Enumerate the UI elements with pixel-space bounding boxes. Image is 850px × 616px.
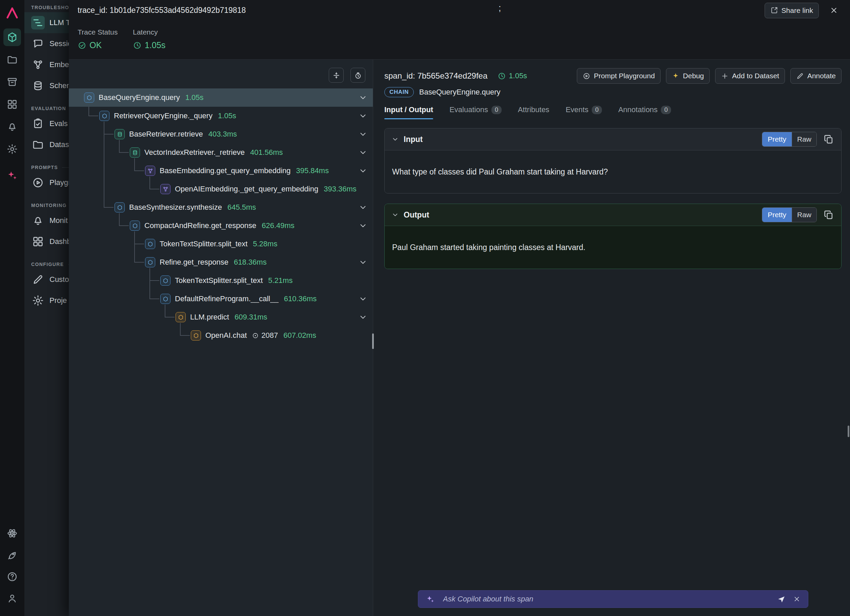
tab-attributes[interactable]: Attributes (518, 104, 549, 116)
raw-toggle[interactable]: Raw (792, 208, 816, 222)
trace-tree-row[interactable]: BaseQueryEngine.query1.05s (69, 88, 373, 107)
prompt-playground-button[interactable]: Prompt Playground (577, 68, 660, 84)
trace-tree-row[interactable]: RetrieverQueryEngine._query1.05s (69, 107, 373, 125)
copilot-spark-icon (6, 170, 18, 181)
span-tabs: Input / OutputEvaluations0AttributesEven… (384, 104, 841, 116)
span-name: OpenAI.chat (205, 331, 247, 340)
latency-toggle-button[interactable] (350, 68, 365, 83)
chevron-down-icon[interactable] (359, 221, 367, 230)
chevron-down-icon[interactable] (359, 166, 367, 175)
trace-tree-row[interactable]: BaseRetriever.retrieve403.3ms (69, 125, 373, 144)
trace-tree-row[interactable]: OpenAI.chat2087607.02ms (69, 326, 373, 345)
tab-events[interactable]: Events0 (566, 104, 602, 116)
retriever-span-icon (130, 147, 140, 157)
clock-icon (133, 41, 142, 50)
trace-status-col: Trace Status OK (78, 28, 133, 59)
hexagon-icon (86, 94, 93, 101)
hexagon-icon (162, 296, 169, 302)
annotate-button[interactable]: Annotate (790, 68, 841, 84)
chevron-down-icon[interactable] (359, 130, 367, 139)
status-ok-icon (78, 41, 87, 50)
trace-tree-row[interactable]: TokenTextSplitter.split_text5.28ms (69, 235, 373, 253)
chain-span-icon (84, 93, 94, 103)
panel-resize-handle[interactable] (372, 333, 374, 349)
trace-overlay: trace_id: 1b01de735fc553ad4562d9492b7198… (69, 0, 850, 616)
trace-tree-row[interactable]: BaseEmbedding.get_query_embedding395.84m… (69, 161, 373, 180)
span-duration: 609.31ms (235, 313, 267, 321)
pretty-toggle[interactable]: Pretty (762, 132, 792, 147)
rail-item-folder[interactable] (3, 51, 21, 69)
collapse-spans-button[interactable] (329, 68, 344, 83)
span-name: BaseRetriever.retrieve (129, 130, 203, 139)
hexagon-icon (193, 332, 199, 339)
tab-evaluations[interactable]: Evaluations0 (449, 104, 501, 116)
trace-tree-row[interactable]: CompactAndRefine.get_response626.49ms (69, 217, 373, 235)
chevron-down-icon[interactable] (359, 148, 367, 157)
rail-item-help[interactable] (3, 568, 21, 586)
chain-span-icon (145, 257, 155, 267)
chevron-down-icon[interactable] (359, 203, 367, 212)
chevron-down-icon[interactable] (359, 258, 367, 267)
chevron-down-icon[interactable] (359, 295, 367, 303)
rail-item-cube[interactable] (3, 28, 21, 46)
trace-content: BaseQueryEngine.query1.05sRetrieverQuery… (69, 60, 850, 616)
input-card: Input Pretty Raw What type of classes di… (384, 128, 841, 193)
chevron-down-icon[interactable] (391, 136, 399, 143)
tab-label: Attributes (518, 105, 549, 114)
span-id: span_id: 7b565e374ed29fea (384, 71, 487, 81)
copilot-input[interactable] (442, 594, 770, 604)
close-button[interactable] (826, 3, 841, 18)
span-duration: 5.21ms (268, 276, 292, 285)
sparkle-icon (672, 72, 679, 80)
rail-item-bell[interactable] (3, 118, 21, 136)
copy-icon[interactable] (823, 133, 834, 145)
copilot-close-icon[interactable] (793, 595, 801, 603)
trace-tree-row[interactable]: TokenTextSplitter.split_text5.21ms (69, 271, 373, 290)
rail-item-rocket[interactable] (3, 546, 21, 564)
hexagon-icon (132, 223, 138, 229)
trace-tree-row[interactable]: DefaultRefineProgram.__call__610.36ms (69, 290, 373, 308)
span-duration: 393.36ms (324, 185, 356, 193)
rail-item-copilot-spark[interactable] (3, 167, 21, 184)
embedding-span-icon (145, 166, 155, 176)
window-scrollbar-thumb[interactable] (848, 426, 849, 437)
span-duration: 618.36ms (234, 258, 267, 267)
copy-icon[interactable] (823, 209, 834, 221)
tab-count-badge: 0 (661, 106, 671, 114)
rail-item-archive[interactable] (3, 73, 21, 91)
send-icon[interactable] (777, 595, 786, 604)
chevron-down-icon[interactable] (359, 112, 367, 120)
chevron-down-icon[interactable] (359, 93, 367, 102)
share-link-button[interactable]: Share link (765, 3, 819, 18)
latency-col: Latency 1.05s (133, 28, 165, 59)
arize-logo[interactable] (5, 6, 19, 19)
sidebar-item-label: Monit (49, 216, 68, 225)
trace-tree-row[interactable]: Refine.get_response618.36ms (69, 253, 373, 271)
add-to-dataset-button[interactable]: Add to Dataset (715, 68, 785, 84)
rail-item-user[interactable] (3, 589, 21, 607)
rail-item-grid[interactable] (3, 96, 21, 113)
chevron-down-icon[interactable] (391, 211, 399, 218)
trace-header-actions: Share link (765, 3, 841, 18)
chain-span-icon (160, 275, 171, 286)
icon-rail (0, 0, 24, 616)
chain-span-icon (115, 202, 125, 212)
rail-item-gear[interactable] (3, 140, 21, 158)
trace-tree-row[interactable]: VectorIndexRetriever._retrieve401.56ms (69, 144, 373, 161)
span-duration: 401.56ms (250, 148, 283, 157)
trace-tree-row[interactable]: OpenAIEmbedding._get_query_embedding393.… (69, 180, 373, 198)
chevron-down-icon[interactable] (359, 313, 367, 321)
tab-input-output[interactable]: Input / Output (384, 104, 433, 116)
playground-icon (31, 176, 45, 189)
tab-annotations[interactable]: Annotations0 (618, 104, 671, 116)
span-name: BaseSynthesizer.synthesize (129, 203, 222, 212)
raw-toggle[interactable]: Raw (792, 132, 816, 147)
trace-tree-row[interactable]: BaseSynthesizer.synthesize645.5ms (69, 198, 373, 217)
latency-text: 1.05s (145, 40, 165, 50)
rail-item-atom[interactable] (3, 525, 21, 542)
pretty-toggle[interactable]: Pretty (762, 208, 792, 222)
network-icon (162, 186, 169, 193)
trace-tree-row[interactable]: LLM.predict609.31ms (69, 308, 373, 326)
debug-button[interactable]: Debug (666, 68, 710, 84)
network-icon (31, 58, 45, 72)
